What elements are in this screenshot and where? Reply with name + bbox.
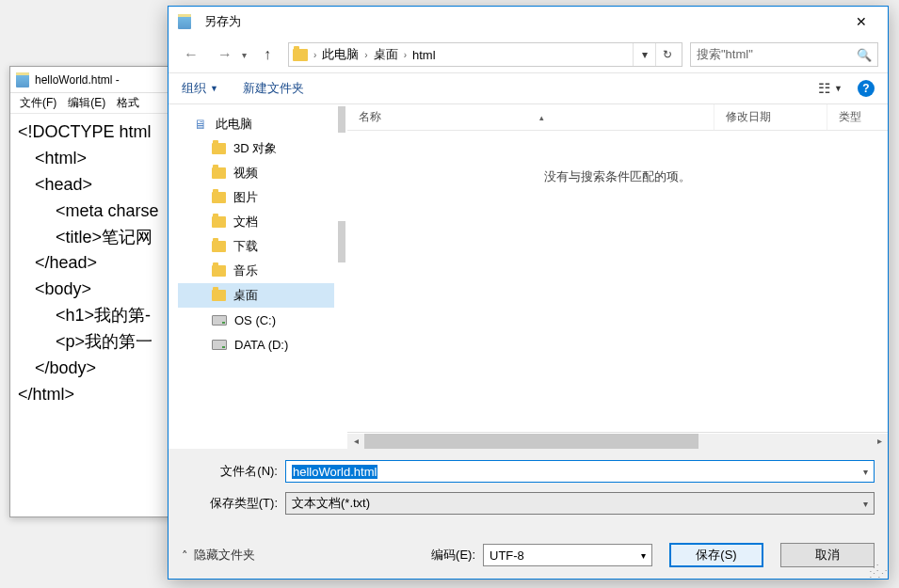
tree-item[interactable]: 音乐 bbox=[178, 259, 334, 283]
dialog-title: 另存为 bbox=[204, 13, 241, 30]
close-icon: ✕ bbox=[856, 14, 867, 29]
up-button[interactable]: ↑ bbox=[254, 42, 281, 67]
menu-file[interactable]: 文件(F) bbox=[14, 93, 62, 113]
search-placeholder: 搜索"html" bbox=[697, 46, 753, 63]
folder-icon bbox=[212, 216, 226, 228]
sort-indicator-icon: ▴ bbox=[539, 113, 544, 122]
tree-item[interactable]: OS (C:) bbox=[178, 308, 334, 332]
file-list-pane: 名称 ▴ 修改日期 类型 没有与搜索条件匹配的项。 ◂ ▸ bbox=[347, 104, 888, 449]
drive-icon bbox=[212, 315, 227, 326]
folder-icon bbox=[212, 192, 226, 203]
resize-grip-icon[interactable]: ⋰⋰⋰ bbox=[869, 565, 886, 577]
pc-icon: 🖥 bbox=[193, 117, 208, 132]
encoding-label: 编码(E): bbox=[431, 547, 475, 564]
menu-format[interactable]: 格式 bbox=[111, 93, 145, 113]
help-icon: ? bbox=[862, 82, 869, 95]
search-icon: 🔍 bbox=[857, 48, 872, 62]
address-bar: ← → ▾ ↑ › 此电脑 › 桌面 › html ▾ ↻ 搜索"html" 🔍 bbox=[169, 37, 888, 72]
filename-input[interactable]: helloWorld.html ▾ bbox=[285, 460, 875, 483]
tree-item[interactable]: 视频 bbox=[178, 161, 334, 185]
chevron-right-icon: › bbox=[313, 50, 316, 60]
refresh-button[interactable]: ↻ bbox=[655, 43, 678, 66]
organize-menu[interactable]: 组织 ▼ bbox=[182, 80, 218, 97]
scrollbar-thumb[interactable] bbox=[364, 434, 698, 449]
chevron-up-icon: ˄ bbox=[182, 548, 188, 563]
view-options-button[interactable]: ☷ ▼ bbox=[818, 80, 843, 97]
scrollbar-thumb[interactable] bbox=[338, 221, 345, 262]
tree-item[interactable]: 下载 bbox=[178, 234, 334, 259]
chevron-down-icon[interactable]: ▾ bbox=[863, 467, 868, 477]
tree-item[interactable]: DATA (D:) bbox=[178, 332, 334, 357]
column-type[interactable]: 类型 bbox=[827, 104, 888, 130]
folder-icon bbox=[212, 167, 226, 179]
notepad-title: helloWorld.html - bbox=[35, 73, 120, 87]
scrollbar-thumb[interactable] bbox=[338, 106, 345, 133]
chevron-down-icon: ▼ bbox=[210, 84, 218, 93]
filetype-value: 文本文档(*.txt) bbox=[292, 495, 370, 512]
folder-icon bbox=[212, 265, 226, 277]
tree-item-label: 下载 bbox=[233, 238, 258, 255]
dialog-titlebar[interactable]: 另存为 ✕ bbox=[169, 7, 888, 37]
breadcrumb-dropdown[interactable]: ▾ bbox=[633, 43, 655, 66]
breadcrumb-box[interactable]: › 此电脑 › 桌面 › html ▾ ↻ bbox=[288, 42, 682, 67]
chevron-down-icon[interactable]: ▾ bbox=[641, 550, 646, 561]
tree-item-label: 音乐 bbox=[233, 262, 258, 279]
cancel-button[interactable]: 取消 bbox=[780, 543, 875, 567]
view-list-icon: ☷ bbox=[818, 80, 830, 97]
tree-item[interactable]: 文档 bbox=[178, 210, 334, 234]
folder-icon bbox=[212, 241, 226, 252]
filename-value: helloWorld.html bbox=[292, 465, 377, 479]
tree-item[interactable]: 桌面 bbox=[178, 283, 334, 308]
empty-state: 没有与搜索条件匹配的项。 bbox=[347, 131, 888, 432]
tree-item-label: 图片 bbox=[233, 189, 258, 206]
pane-splitter[interactable] bbox=[338, 104, 347, 449]
arrow-left-icon: ← bbox=[184, 46, 199, 63]
horizontal-scrollbar[interactable]: ◂ ▸ bbox=[347, 432, 888, 449]
back-button[interactable]: ← bbox=[178, 42, 204, 67]
tree-item-label: 此电脑 bbox=[216, 116, 252, 133]
close-button[interactable]: ✕ bbox=[844, 8, 878, 35]
search-input[interactable]: 搜索"html" 🔍 bbox=[690, 42, 878, 67]
tree-item[interactable]: 图片 bbox=[178, 185, 334, 210]
tree-item-label: 3D 对象 bbox=[233, 140, 277, 157]
scroll-left-button[interactable]: ◂ bbox=[347, 434, 364, 449]
encoding-value: UTF-8 bbox=[490, 548, 524, 563]
tree-item-label: 视频 bbox=[233, 165, 258, 182]
drive-icon bbox=[212, 340, 227, 350]
scrollbar-track[interactable] bbox=[364, 434, 871, 449]
chevron-right-icon: › bbox=[364, 50, 367, 60]
hide-folders-toggle[interactable]: ˄ 隐藏文件夹 bbox=[182, 547, 255, 564]
scroll-right-button[interactable]: ▸ bbox=[871, 434, 888, 449]
tree-item[interactable]: 🖥此电脑 bbox=[178, 112, 334, 136]
tree-item-label: OS (C:) bbox=[234, 313, 276, 327]
folder-icon bbox=[212, 143, 226, 154]
tree-item-label: DATA (D:) bbox=[234, 338, 288, 352]
encoding-select[interactable]: UTF-8 ▾ bbox=[483, 544, 652, 566]
forward-button[interactable]: → bbox=[212, 42, 238, 67]
nav-tree: 🖥此电脑3D 对象视频图片文档下载音乐桌面OS (C:)DATA (D:) bbox=[169, 104, 338, 449]
notepad-icon bbox=[16, 72, 29, 87]
folder-icon bbox=[212, 290, 226, 301]
breadcrumb-item[interactable]: 此电脑 bbox=[320, 46, 361, 63]
new-folder-button[interactable]: 新建文件夹 bbox=[243, 80, 304, 97]
save-as-dialog: 另存为 ✕ ← → ▾ ↑ › 此电脑 › 桌面 › html ▾ ↻ 搜索"h… bbox=[168, 6, 889, 580]
save-button[interactable]: 保存(S) bbox=[669, 543, 763, 567]
breadcrumb-item[interactable]: html bbox=[410, 48, 438, 62]
menu-edit[interactable]: 编辑(E) bbox=[62, 93, 111, 113]
filetype-select[interactable]: 文本文档(*.txt) ▾ bbox=[285, 492, 875, 515]
history-dropdown[interactable]: ▾ bbox=[242, 50, 247, 60]
column-date[interactable]: 修改日期 bbox=[714, 104, 827, 130]
notepad-app-icon bbox=[178, 14, 191, 29]
chevron-down-icon: ▼ bbox=[834, 84, 843, 93]
folder-icon bbox=[293, 49, 308, 61]
file-list-header: 名称 ▴ 修改日期 类型 bbox=[347, 104, 888, 131]
chevron-right-icon: › bbox=[404, 50, 407, 60]
chevron-down-icon[interactable]: ▾ bbox=[863, 499, 868, 509]
dialog-toolbar: 组织 ▼ 新建文件夹 ☷ ▼ ? bbox=[169, 72, 888, 104]
tree-item[interactable]: 3D 对象 bbox=[178, 136, 334, 161]
tree-item-label: 文档 bbox=[233, 214, 258, 230]
filename-label: 文件名(N): bbox=[182, 463, 285, 480]
column-name[interactable]: 名称 ▴ bbox=[347, 104, 714, 130]
breadcrumb-item[interactable]: 桌面 bbox=[372, 46, 400, 63]
help-button[interactable]: ? bbox=[858, 80, 875, 97]
